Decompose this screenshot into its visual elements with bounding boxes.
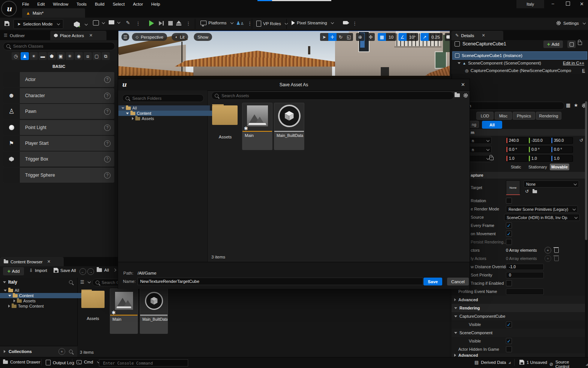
- source-control-button[interactable]: ⊘ Source Control ◢: [549, 360, 588, 368]
- place-actor-item[interactable]: Actor ?: [3, 72, 114, 87]
- clear-array-icon[interactable]: [554, 248, 559, 253]
- cb-asset-folder-label[interactable]: Assets: [81, 316, 105, 321]
- scrollbar-thumb[interactable]: [585, 101, 587, 240]
- clear-array-icon[interactable]: [554, 257, 559, 261]
- close-icon[interactable]: ✕: [89, 33, 93, 38]
- search-icon[interactable]: [69, 350, 73, 353]
- scale-y[interactable]: 1.0: [528, 155, 551, 162]
- eject-button[interactable]: [176, 21, 181, 26]
- play-options-kebab[interactable]: ⋮: [186, 21, 191, 26]
- add-collection-icon[interactable]: +: [58, 348, 65, 355]
- help-icon[interactable]: ?: [104, 156, 111, 162]
- filter-chip-rendering[interactable]: Rendering: [536, 112, 561, 120]
- filter-chip-physics[interactable]: Physics: [513, 112, 535, 120]
- close-icon[interactable]: ✕: [47, 259, 51, 264]
- dialog-search-assets-input[interactable]: [211, 92, 454, 100]
- cb-add-button[interactable]: + Add: [3, 267, 24, 275]
- tab-place-actors[interactable]: Place Actors ✕: [50, 31, 106, 40]
- lit-dropdown[interactable]: ◐ Lit: [172, 33, 188, 41]
- every-frame-checkbox[interactable]: [506, 222, 512, 228]
- close-icon[interactable]: ✕: [482, 33, 485, 38]
- play-button[interactable]: [149, 20, 154, 26]
- unsaved-button[interactable]: 1 Unsaved: [519, 360, 547, 365]
- dialog-tree-assets[interactable]: Assets: [118, 116, 220, 121]
- select-tool[interactable]: ➤: [320, 33, 328, 41]
- dialog-asset-main[interactable]: ✱ Main: [242, 103, 272, 150]
- place-actor-item[interactable]: ⚑ Player Start ?: [3, 136, 114, 151]
- back-button[interactable]: ←: [79, 268, 86, 275]
- help-icon[interactable]: ?: [104, 140, 111, 147]
- capture-component-subheader[interactable]: CaptureComponentCube: [452, 312, 585, 321]
- capture-source-dropdown[interactable]: SceneColor (HDR) in RGB, Inv Opacity: [504, 214, 580, 221]
- menu-file[interactable]: File: [18, 2, 33, 6]
- minimize-button[interactable]: –: [552, 1, 554, 6]
- reset-to-default-icon[interactable]: ↺: [579, 138, 583, 143]
- cb-tree-content[interactable]: Content: [0, 293, 85, 298]
- filter-chip-all[interactable]: All: [482, 121, 502, 129]
- capture-section-header[interactable]: apture: [452, 172, 585, 179]
- scale-snap-toggle[interactable]: ↗: [420, 33, 429, 41]
- filter-chip-misc[interactable]: Misc: [495, 112, 512, 120]
- target-asset-dropdown[interactable]: None: [524, 180, 579, 188]
- cb-tree-assets[interactable]: Assets: [0, 298, 91, 303]
- help-icon[interactable]: ?: [104, 125, 111, 131]
- menu-window[interactable]: Window: [49, 2, 72, 6]
- all-classes-icon[interactable]: ⧉: [102, 52, 110, 60]
- volumes-icon[interactable]: ⬟: [48, 52, 56, 60]
- perspective-dropdown[interactable]: ◇ Perspective: [132, 33, 167, 41]
- forward-button[interactable]: →: [87, 268, 94, 275]
- rotation-checkbox[interactable]: [506, 198, 512, 204]
- cb-filter-button[interactable]: ☰: [80, 279, 90, 285]
- tab-outliner[interactable]: ☰ Outliner: [0, 31, 49, 40]
- output-log-button[interactable]: Output Log: [46, 360, 74, 365]
- scale-tool[interactable]: ◱: [345, 33, 353, 41]
- geometry-icon[interactable]: ⧈: [84, 52, 92, 60]
- content-drawer-button[interactable]: Content Drawer: [3, 360, 40, 364]
- persist-rendering-checkbox[interactable]: [506, 239, 512, 245]
- close-button[interactable]: ✕: [580, 1, 584, 7]
- blueprints-dropdown[interactable]: [93, 20, 105, 26]
- grid-snap-toggle[interactable]: ▦: [378, 33, 386, 41]
- display-mode-icon[interactable]: ▦: [566, 102, 570, 108]
- blueprint-edit-button[interactable]: [567, 41, 576, 48]
- profiling-event-input[interactable]: [506, 288, 544, 295]
- skip-button[interactable]: [159, 21, 164, 26]
- rotation-x[interactable]: 0.0 °: [506, 146, 528, 153]
- cmd-dropdown[interactable]: >_ Cmd: [76, 360, 100, 364]
- dialog-import-folder-icon[interactable]: [455, 93, 460, 98]
- vp-roles-dropdown[interactable]: VP Roles: [256, 21, 287, 27]
- sort-priority-input[interactable]: 0: [506, 272, 544, 278]
- project-name-button[interactable]: Italy: [516, 0, 544, 8]
- tracing-checkbox[interactable]: [506, 280, 512, 286]
- multi-user-icon[interactable]: ♟♙: [236, 20, 244, 26]
- panels-icon[interactable]: ▢: [93, 52, 101, 60]
- place-actor-item[interactable]: Trigger Sphere ?: [3, 168, 114, 183]
- scale-x[interactable]: 1.0: [506, 155, 528, 162]
- mobility-stationary[interactable]: Stationary: [528, 165, 547, 169]
- rotation-y[interactable]: 0.0 °: [528, 146, 551, 153]
- add-element-icon[interactable]: +: [545, 247, 551, 254]
- cancel-button[interactable]: Cancel: [447, 278, 469, 285]
- cb-asset-main-builtdata[interactable]: Main_BuiltData: [140, 288, 168, 334]
- mobility-movable[interactable]: Movable: [550, 164, 569, 170]
- asset-name-input[interactable]: [138, 278, 423, 285]
- show-dropdown[interactable]: Show: [194, 33, 212, 41]
- render-mode-dropdown[interactable]: Render Scene Primitives (Legacy): [506, 206, 578, 213]
- stop-button[interactable]: [168, 21, 173, 26]
- edit-link-truncated[interactable]: E: [582, 68, 585, 73]
- capture-advanced-row[interactable]: Advanced: [452, 296, 585, 304]
- media-icon[interactable]: ◉: [75, 52, 83, 60]
- platforms-dropdown[interactable]: Platforms: [200, 21, 233, 25]
- expand-caret-icon[interactable]: [458, 62, 461, 64]
- save-button[interactable]: Save: [423, 278, 442, 285]
- add-actor-dropdown[interactable]: +: [74, 20, 87, 29]
- mobility-static[interactable]: Static: [511, 165, 521, 169]
- menu-edit[interactable]: Edit: [33, 2, 49, 6]
- dialog-tree-all[interactable]: All: [118, 105, 210, 111]
- basic-icon[interactable]: ♟: [21, 52, 29, 60]
- restore-button[interactable]: [566, 2, 570, 6]
- lights-icon[interactable]: ☀: [30, 52, 38, 60]
- rendering-section-header[interactable]: Rendering: [452, 304, 585, 312]
- place-actor-item[interactable]: ☻ Character ?: [3, 88, 114, 103]
- toolbar-overflow-kebab[interactable]: ⋮: [136, 21, 141, 26]
